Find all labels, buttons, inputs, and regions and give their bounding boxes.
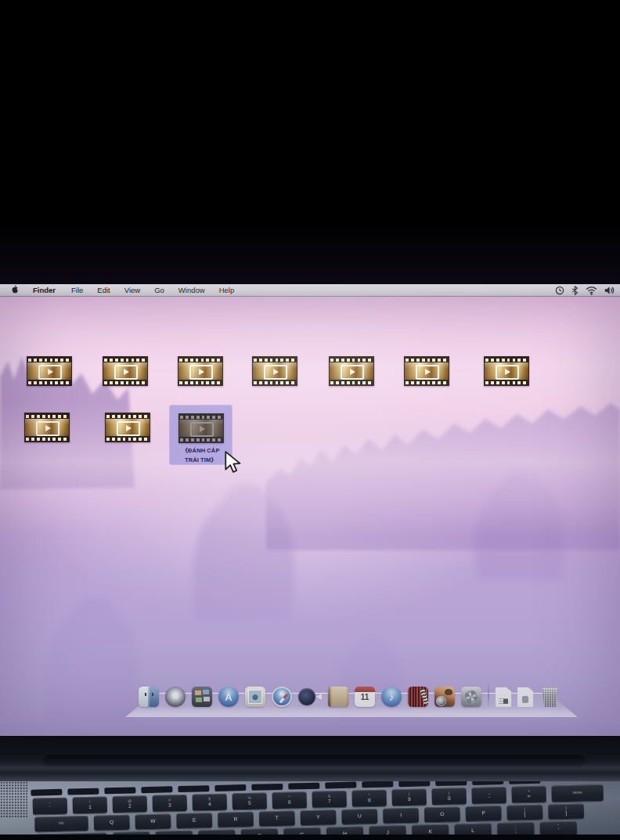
movie-file-icon[interactable] bbox=[27, 356, 72, 386]
film-frame bbox=[106, 419, 150, 436]
key-legend: Y bbox=[316, 815, 320, 820]
film-sprockets bbox=[485, 357, 528, 362]
key-3: #3 bbox=[153, 795, 187, 812]
key-legend: 2 bbox=[128, 803, 132, 809]
key-u: U bbox=[341, 809, 377, 824]
key-legend: 0 bbox=[448, 795, 451, 801]
key-legend-shift: + bbox=[528, 790, 530, 794]
play-icon bbox=[36, 421, 59, 436]
movie-file-icon[interactable] bbox=[252, 356, 297, 386]
key-legend: W bbox=[150, 819, 156, 824]
film-frame bbox=[253, 362, 297, 380]
key-legend: ` bbox=[49, 806, 51, 811]
movie-file-icon[interactable] bbox=[484, 356, 529, 386]
key-legend-shift: @ bbox=[128, 799, 132, 803]
key-e: E bbox=[176, 813, 212, 828]
play-icon bbox=[341, 365, 364, 380]
function-key bbox=[398, 781, 430, 787]
key-legend-shift: % bbox=[247, 796, 251, 800]
key-h: H bbox=[326, 826, 364, 835]
key-legend: ' bbox=[558, 827, 560, 833]
key-5: %5 bbox=[232, 792, 267, 809]
film-frame bbox=[405, 362, 449, 380]
key-legend: 5 bbox=[248, 801, 251, 806]
key-`: ~` bbox=[33, 798, 67, 815]
film-strip-icon bbox=[27, 356, 72, 386]
key-legend-shift: _ bbox=[488, 791, 490, 795]
film-sprockets bbox=[330, 380, 373, 385]
function-key bbox=[178, 785, 209, 792]
film-strip-icon bbox=[404, 356, 449, 386]
film-sprockets bbox=[405, 357, 449, 362]
desktop: 《ĐÁNH CẮPTRÁI TIM》 A11♪ bbox=[0, 297, 620, 736]
key-legend: L bbox=[471, 827, 474, 833]
film-frame bbox=[103, 362, 147, 380]
film-sprockets bbox=[253, 380, 297, 385]
key-t: T bbox=[259, 810, 295, 826]
key-7: &7 bbox=[312, 791, 346, 808]
key-legend: delete bbox=[572, 791, 582, 795]
key-legend-shift: } bbox=[565, 806, 567, 810]
key-legend: - bbox=[488, 795, 490, 800]
film-frame bbox=[27, 362, 71, 380]
film-strip-icon bbox=[24, 413, 70, 442]
key-legend-shift: " bbox=[557, 824, 559, 827]
keyboard: ~`!1@2#3$4%5^6&7*8(9)0_-+=delete tabQWER… bbox=[0, 781, 620, 835]
photo-black-background bbox=[0, 0, 620, 284]
function-key bbox=[288, 783, 319, 790]
key-j: J bbox=[369, 825, 406, 835]
key-legend: tab bbox=[59, 822, 64, 826]
film-frame bbox=[330, 362, 373, 380]
key-legend: 9 bbox=[408, 797, 411, 802]
desktop-icons: 《ĐÁNH CẮPTRÁI TIM》 bbox=[0, 297, 620, 724]
movie-file-icon-selected[interactable]: 《ĐÁNH CẮPTRÁI TIM》 bbox=[170, 406, 232, 464]
film-sprockets bbox=[106, 413, 150, 419]
film-sprockets bbox=[178, 380, 222, 385]
key-d: D bbox=[198, 829, 236, 835]
key-legend: 3 bbox=[168, 802, 171, 808]
key-2: @2 bbox=[113, 795, 147, 813]
film-strip-icon bbox=[484, 356, 529, 386]
key-4: $4 bbox=[193, 794, 227, 811]
key-y: Y bbox=[301, 809, 337, 825]
movie-file-icon[interactable] bbox=[329, 356, 374, 386]
film-sprockets bbox=[179, 414, 223, 420]
film-frame bbox=[178, 362, 222, 380]
movie-file-icon[interactable] bbox=[105, 413, 150, 442]
play-icon bbox=[114, 365, 138, 380]
movie-file-icon[interactable] bbox=[103, 356, 148, 386]
function-key bbox=[472, 781, 503, 785]
film-frame bbox=[485, 362, 528, 380]
film-sprockets bbox=[25, 413, 69, 419]
key-0: )0 bbox=[431, 788, 466, 805]
file-label-line2: TRÁI TIM》 bbox=[182, 456, 220, 465]
key-legend: ] bbox=[565, 811, 567, 817]
play-icon bbox=[117, 421, 140, 436]
key-legend-shift: ! bbox=[89, 800, 91, 804]
key-legend: = bbox=[528, 794, 531, 799]
key-legend: 8 bbox=[368, 798, 371, 803]
key-legend: Q bbox=[110, 820, 114, 825]
key-=: += bbox=[511, 786, 546, 803]
film-sprockets bbox=[485, 380, 528, 385]
key-[: {[ bbox=[506, 805, 542, 820]
key-legend: E bbox=[193, 818, 196, 824]
function-key bbox=[31, 789, 62, 796]
film-sprockets bbox=[106, 436, 150, 442]
movie-file-icon[interactable] bbox=[178, 356, 223, 386]
key-g: G bbox=[283, 827, 321, 835]
movie-file-icon[interactable] bbox=[24, 413, 70, 442]
film-sprockets bbox=[178, 357, 222, 362]
key-w: W bbox=[135, 813, 171, 829]
key-': "' bbox=[540, 821, 578, 835]
film-strip-icon bbox=[178, 413, 224, 443]
film-sprockets bbox=[179, 437, 223, 442]
film-sprockets bbox=[103, 357, 147, 362]
film-strip-icon bbox=[329, 356, 374, 386]
key-legend-shift: $ bbox=[208, 798, 211, 802]
key-f: F bbox=[241, 828, 279, 835]
key-l: L bbox=[454, 823, 492, 835]
key-;: :; bbox=[497, 822, 535, 835]
function-key bbox=[251, 784, 283, 791]
movie-file-icon[interactable] bbox=[404, 356, 449, 386]
